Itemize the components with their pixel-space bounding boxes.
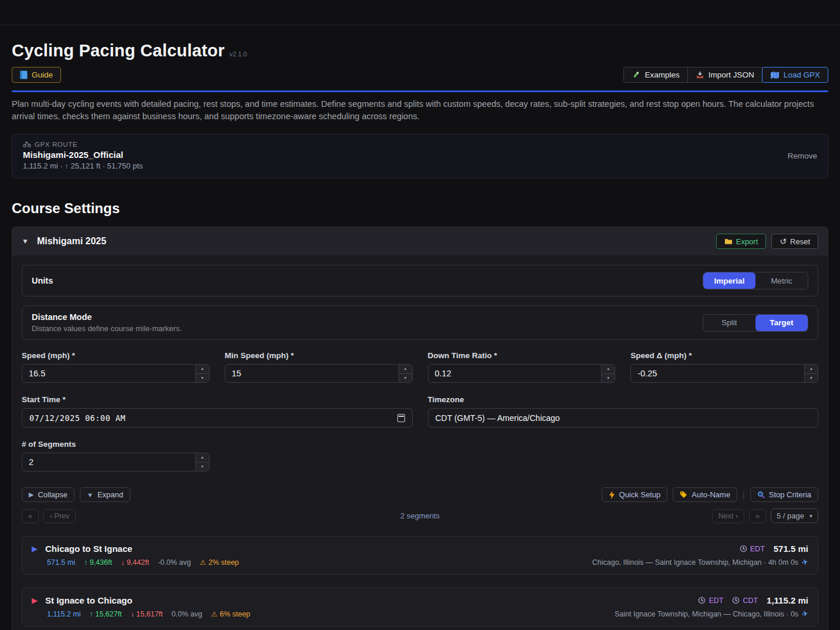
load-gpx-button[interactable]: Load GPX bbox=[762, 67, 828, 83]
segment-1-timezone-badge: EDT bbox=[740, 545, 765, 553]
timezone-label: Timezone bbox=[428, 395, 819, 404]
play-icon[interactable]: ▶ bbox=[32, 596, 38, 605]
start-time-input[interactable] bbox=[29, 413, 397, 423]
segment-2-route: Saint Ignace Township, Michigan — Chicag… bbox=[615, 609, 808, 618]
min-speed-input[interactable] bbox=[225, 365, 399, 382]
num-segments-stepper: ▲ ▼ bbox=[195, 453, 209, 471]
import-json-button-label: Import JSON bbox=[709, 70, 754, 79]
last-page-button[interactable]: » bbox=[749, 509, 766, 523]
lightning-icon bbox=[609, 491, 615, 499]
first-page-button[interactable]: « bbox=[22, 509, 39, 523]
segment-2-total-distance: 1,115.2 mi bbox=[767, 595, 808, 605]
page-container: Cycling Pacing Calculator v2.1.0 Guide E… bbox=[0, 41, 840, 630]
speed-delta-step-up-icon[interactable]: ▲ bbox=[805, 365, 818, 373]
tag-icon bbox=[680, 491, 687, 498]
page-size-select[interactable]: 5 / page ▾ bbox=[771, 508, 818, 523]
up-arrow-icon: ↑ bbox=[89, 610, 93, 618]
play-icon[interactable]: ▶ bbox=[32, 544, 38, 553]
down-arrow-icon: ↓ bbox=[130, 610, 134, 618]
reset-button[interactable]: ↺ Reset bbox=[771, 234, 818, 249]
speed-delta-step-down-icon[interactable]: ▼ bbox=[805, 373, 818, 383]
guide-button[interactable]: Guide bbox=[12, 67, 61, 83]
distance-mode-toggle: Split Target bbox=[703, 314, 808, 332]
segments-count-grid: # of Segments ▲ ▼ bbox=[22, 440, 818, 471]
segment-2-climb: ↑ 15,627ft bbox=[89, 610, 122, 618]
num-segments-input[interactable] bbox=[22, 453, 195, 471]
min-speed-stepper: ▲ ▼ bbox=[399, 365, 412, 382]
distance-mode-row: Distance Mode Distance values define cou… bbox=[22, 305, 818, 340]
app-description: Plan multi-day cycling events with detai… bbox=[12, 98, 828, 122]
speed-step-up-icon[interactable]: ▲ bbox=[196, 365, 209, 373]
speed-delta-stepper: ▲ ▼ bbox=[804, 365, 818, 382]
export-button[interactable]: Export bbox=[716, 234, 767, 249]
book-icon bbox=[20, 70, 28, 79]
segment-2-detail-row: 1,115.2 mi ↑ 15,627ft ↓ 15,617ft 0.0% av… bbox=[32, 609, 808, 618]
course-panel-title: Mishigami 2025 bbox=[37, 236, 106, 247]
plane-icon: ✈ bbox=[801, 609, 809, 619]
segment-1-detail-row: 571.5 mi ↑ 9,436ft ↓ 9,442ft -0.0% avg ⚠… bbox=[32, 558, 808, 567]
segment-2-header-row: ▶ St Ignace to Chicago EDT bbox=[32, 595, 808, 605]
auto-name-button[interactable]: Auto-Name bbox=[673, 487, 737, 502]
segments-toolbar: ▶ Collapse ▼ Expand Quick Setup bbox=[22, 487, 818, 502]
segment-1-timezone-label: EDT bbox=[750, 545, 765, 553]
stop-criteria-button[interactable]: Stop Criteria bbox=[750, 487, 818, 502]
warning-icon: ⚠ bbox=[211, 610, 217, 618]
min-speed-input-wrap: ▲ ▼ bbox=[225, 364, 413, 383]
time-fields-grid: Start Time * Timezone CDT (GMT-5) — Amer… bbox=[22, 395, 818, 427]
segment-2-timezone-badge-2: CDT bbox=[732, 597, 758, 605]
course-panel-header[interactable]: ▼ Mishigami 2025 Export ↺ Reset bbox=[12, 227, 828, 255]
gpx-remove-link[interactable]: Remove bbox=[788, 151, 817, 160]
segments-pagination: « ‹ Prev 2 segments Next › » 5 / page ▾ bbox=[22, 508, 818, 523]
auto-name-label: Auto-Name bbox=[691, 490, 730, 499]
down-time-ratio-step-down-icon[interactable]: ▼ bbox=[602, 373, 615, 383]
segment-1-steep: ⚠2% steep bbox=[200, 558, 239, 567]
distance-mode-target-option[interactable]: Target bbox=[755, 315, 808, 331]
units-imperial-option[interactable]: Imperial bbox=[703, 272, 755, 289]
num-segments-step-up-icon[interactable]: ▲ bbox=[196, 453, 209, 462]
speed-step-down-icon[interactable]: ▼ bbox=[196, 373, 209, 383]
next-page-button[interactable]: Next › bbox=[712, 509, 744, 523]
down-time-ratio-input[interactable] bbox=[429, 365, 602, 382]
gpx-route-info: GPX ROUTE Mishigami-2025_Official 1,115.… bbox=[23, 141, 143, 170]
speed-stepper: ▲ ▼ bbox=[195, 365, 209, 382]
prev-page-button[interactable]: ‹ Prev bbox=[43, 509, 76, 523]
segment-2-distance: 1,115.2 mi bbox=[47, 610, 80, 618]
speed-delta-field: Speed Δ (mph) * ▲ ▼ bbox=[630, 351, 818, 383]
examples-button[interactable]: Examples bbox=[623, 67, 687, 83]
speed-input[interactable] bbox=[22, 365, 195, 382]
num-segments-step-down-icon[interactable]: ▼ bbox=[196, 462, 209, 471]
min-speed-step-down-icon[interactable]: ▼ bbox=[399, 373, 412, 383]
segment-1-route-label: Chicago, Illinois — Saint Ignace Townshi… bbox=[592, 558, 798, 567]
segment-1-climb: ↑ 9,436ft bbox=[84, 558, 112, 567]
speed-delta-label: Speed Δ (mph) * bbox=[630, 351, 818, 360]
units-metric-option[interactable]: Metric bbox=[755, 272, 808, 289]
header-divider bbox=[12, 90, 828, 92]
down-time-ratio-step-up-icon[interactable]: ▲ bbox=[602, 365, 615, 373]
distance-mode-label: Distance Mode bbox=[32, 312, 182, 322]
folder-icon bbox=[724, 238, 733, 245]
segment-2-title-group: ▶ St Ignace to Chicago bbox=[32, 595, 132, 605]
import-json-button[interactable]: Import JSON bbox=[687, 67, 763, 83]
segment-1-total-distance: 571.5 mi bbox=[774, 544, 808, 554]
calendar-icon[interactable] bbox=[397, 414, 405, 422]
page-size-value: 5 / page bbox=[777, 511, 804, 520]
speed-delta-input[interactable] bbox=[631, 365, 804, 382]
timezone-select[interactable]: CDT (GMT-5) — America/Chicago bbox=[428, 408, 819, 427]
course-panel-body: Units Imperial Metric Distance Mode Dist… bbox=[12, 255, 828, 630]
min-speed-step-up-icon[interactable]: ▲ bbox=[399, 365, 412, 373]
expand-all-label: Expand bbox=[97, 490, 123, 499]
collapse-caret-icon[interactable]: ▼ bbox=[22, 237, 29, 245]
start-time-input-wrap bbox=[22, 408, 413, 427]
quick-setup-button[interactable]: Quick Setup bbox=[602, 487, 668, 502]
num-segments-field: # of Segments ▲ ▼ bbox=[22, 440, 210, 471]
file-actions-group: Examples Import JSON Load GPX bbox=[623, 67, 828, 83]
num-segments-label: # of Segments bbox=[22, 440, 210, 449]
gpx-route-stats: 1,115.2 mi · ↑ 25,121 ft · 51,750 pts bbox=[23, 161, 143, 170]
expand-all-button[interactable]: ▼ Expand bbox=[80, 487, 130, 502]
segment-1-name: Chicago to St Ignace bbox=[45, 544, 132, 554]
chevron-down-icon: ▾ bbox=[809, 513, 812, 519]
quick-setup-label: Quick Setup bbox=[619, 490, 661, 499]
collapse-all-button[interactable]: ▶ Collapse bbox=[22, 487, 75, 502]
gpx-route-kicker: GPX ROUTE bbox=[23, 141, 143, 148]
distance-mode-split-option[interactable]: Split bbox=[703, 315, 755, 331]
